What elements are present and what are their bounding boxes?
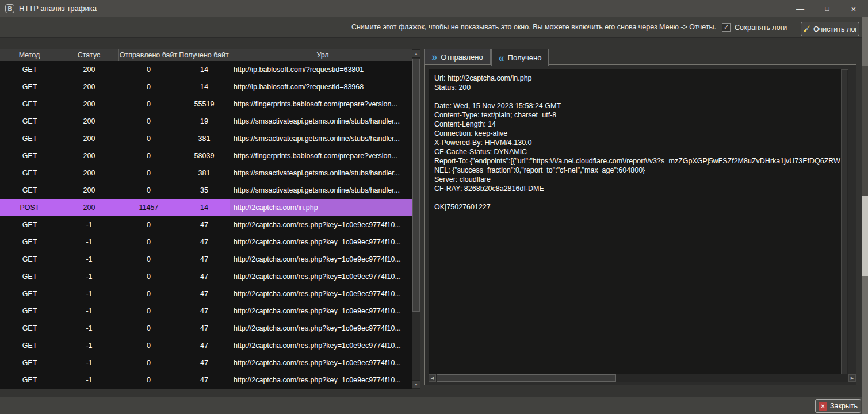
table-row[interactable]: GET -1 0 47 http://2captcha.com/res.php?… xyxy=(0,251,412,268)
tab-sent-label: Отправлено xyxy=(441,53,483,62)
cell-sent-bytes: 0 xyxy=(119,78,178,95)
cell-sent-bytes: 0 xyxy=(119,337,178,354)
scroll-left-icon[interactable]: ◀ xyxy=(429,374,436,382)
response-line: NEL: {"success_fraction":0,"report_to":"… xyxy=(434,166,843,175)
background-window-edge-dark xyxy=(862,66,868,195)
cell-method: GET xyxy=(0,251,59,268)
response-vertical-scrollbar[interactable] xyxy=(841,69,848,375)
cell-url: http://ip.bablosoft.com/?requestid=63801 xyxy=(230,61,412,78)
cell-url: http://2captcha.com/res.php?key=1c0e9ec9… xyxy=(230,371,412,389)
column-header-received-bytes[interactable]: Получено байт xyxy=(178,49,230,61)
cell-received-bytes: 55519 xyxy=(178,95,230,113)
window-title: HTTP анализ трафика xyxy=(19,4,97,13)
cell-url: http://2captcha.com/res.php?key=1c0e9ec9… xyxy=(230,268,412,285)
cell-status: -1 xyxy=(59,337,119,354)
tab-received-label: Получено xyxy=(508,53,542,62)
scroll-right-icon[interactable]: ▶ xyxy=(848,374,856,382)
response-text-area[interactable]: Url: http://2captcha.com/in.phpStatus: 2… xyxy=(429,69,848,375)
red-x-icon: × xyxy=(819,402,827,411)
cell-url: http://2captcha.com/res.php?key=1c0e9ec9… xyxy=(230,320,412,337)
table-row[interactable]: GET -1 0 47 http://2captcha.com/res.php?… xyxy=(0,233,412,251)
response-line: Status: 200 xyxy=(434,83,843,92)
response-line: Date: Wed, 15 Nov 2023 15:58:24 GMT xyxy=(434,101,843,110)
close-dialog-button[interactable]: × Закрыть xyxy=(815,399,861,413)
cell-received-bytes: 381 xyxy=(178,130,230,147)
column-header-method[interactable]: Метод xyxy=(0,49,59,61)
save-logs-checkbox[interactable]: ✓ xyxy=(722,23,731,32)
table-row[interactable]: GET 200 0 381 https://smsactivateapi.get… xyxy=(0,130,412,147)
table-row[interactable]: GET -1 0 47 http://2captcha.com/res.php?… xyxy=(0,285,412,302)
tab-sent[interactable]: » Отправлено xyxy=(424,49,491,65)
response-line: Connection: keep-alive xyxy=(434,129,843,138)
column-header-url[interactable]: Урл xyxy=(230,49,412,61)
table-scrollbar-thumb[interactable] xyxy=(412,59,420,312)
cell-method: GET xyxy=(0,78,59,95)
cell-status: 200 xyxy=(59,182,119,199)
table-row[interactable]: GET -1 0 47 http://2captcha.com/res.php?… xyxy=(0,320,412,337)
table-row[interactable]: GET 200 0 35 https://smsactivateapi.gets… xyxy=(0,182,412,199)
clear-log-button[interactable]: Очистить лог xyxy=(801,22,859,36)
table-row[interactable]: GET 200 0 58039 https://fingerprints.bab… xyxy=(0,147,412,164)
cell-method: GET xyxy=(0,216,59,233)
table-row[interactable]: GET -1 0 47 http://2captcha.com/res.php?… xyxy=(0,268,412,285)
response-horizontal-thumb[interactable] xyxy=(437,374,616,382)
cell-sent-bytes: 0 xyxy=(119,251,178,268)
cell-received-bytes: 381 xyxy=(178,164,230,182)
scroll-up-icon[interactable]: ▲ xyxy=(412,49,420,58)
bottom-bar: × Закрыть xyxy=(0,397,868,414)
cell-sent-bytes: 0 xyxy=(119,320,178,337)
table-row[interactable]: GET -1 0 47 http://2captcha.com/res.php?… xyxy=(0,302,412,320)
response-line xyxy=(434,193,843,202)
cell-url: http://2captcha.com/res.php?key=1c0e9ec9… xyxy=(230,216,412,233)
broom-icon xyxy=(802,25,811,33)
cell-received-bytes: 14 xyxy=(178,199,230,216)
cell-sent-bytes: 0 xyxy=(119,113,178,130)
cell-received-bytes: 47 xyxy=(178,302,230,320)
cell-status: 200 xyxy=(59,113,119,130)
cell-sent-bytes: 0 xyxy=(119,164,178,182)
table-row[interactable]: GET -1 0 47 http://2captcha.com/res.php?… xyxy=(0,337,412,354)
response-horizontal-scrollbar[interactable]: ◀ ▶ xyxy=(429,374,856,382)
cell-sent-bytes: 0 xyxy=(119,61,178,78)
cell-received-bytes: 14 xyxy=(178,78,230,95)
cell-status: -1 xyxy=(59,302,119,320)
table-row[interactable]: POST 200 11457 14 http://2captcha.com/in… xyxy=(0,199,412,216)
table-row[interactable]: GET 200 0 381 https://smsactivateapi.get… xyxy=(0,164,412,182)
cell-method: GET xyxy=(0,320,59,337)
table-row[interactable]: GET 200 0 14 http://ip.bablosoft.com/?re… xyxy=(0,61,412,78)
tab-received[interactable]: « Получено xyxy=(491,49,549,66)
minimize-button[interactable]: — xyxy=(791,0,809,17)
cell-received-bytes: 19 xyxy=(178,113,230,130)
cell-method: GET xyxy=(0,61,59,78)
cell-sent-bytes: 11457 xyxy=(119,199,178,216)
close-window-button[interactable]: × xyxy=(845,0,862,17)
cell-method: GET xyxy=(0,164,59,182)
response-line: Url: http://2captcha.com/in.php xyxy=(434,74,843,83)
cell-received-bytes: 47 xyxy=(178,354,230,371)
cell-url: http://2captcha.com/res.php?key=1c0e9ec9… xyxy=(230,285,412,302)
cell-url: http://ip.bablosoft.com/?requestid=83968 xyxy=(230,78,412,95)
column-header-sent-bytes[interactable]: Отправлено байт xyxy=(119,49,178,61)
table-row[interactable]: GET 200 0 14 http://ip.bablosoft.com/?re… xyxy=(0,78,412,95)
response-line: Content-Length: 14 xyxy=(434,120,843,129)
table-row[interactable]: GET -1 0 47 http://2captcha.com/res.php?… xyxy=(0,371,412,389)
cell-method: GET xyxy=(0,95,59,113)
cell-url: http://2captcha.com/in.php xyxy=(230,199,412,216)
response-line: CF-Cache-Status: DYNAMIC xyxy=(434,147,843,156)
column-header-status[interactable]: Статус xyxy=(59,49,119,61)
cell-status: -1 xyxy=(59,354,119,371)
table-scrollbar[interactable]: ▲ ▼ xyxy=(412,49,420,389)
cell-method: GET xyxy=(0,371,59,389)
table-row[interactable]: GET 200 0 55519 https://fingerprints.bab… xyxy=(0,95,412,113)
cell-status: 200 xyxy=(59,164,119,182)
cell-status: -1 xyxy=(59,285,119,302)
table-row[interactable]: GET 200 0 19 https://smsactivateapi.gets… xyxy=(0,113,412,130)
cell-received-bytes: 14 xyxy=(178,61,230,78)
table-row[interactable]: GET -1 0 47 http://2captcha.com/res.php?… xyxy=(0,216,412,233)
maximize-button[interactable]: □ xyxy=(819,0,836,17)
table-row[interactable]: GET -1 0 47 http://2captcha.com/res.php?… xyxy=(0,354,412,371)
response-line: X-Powered-By: HHVM/4.130.0 xyxy=(434,138,843,147)
title-bar: B HTTP анализ трафика — □ × xyxy=(0,0,868,17)
scroll-down-icon[interactable]: ▼ xyxy=(412,380,420,389)
response-vertical-thumb[interactable] xyxy=(842,70,847,374)
